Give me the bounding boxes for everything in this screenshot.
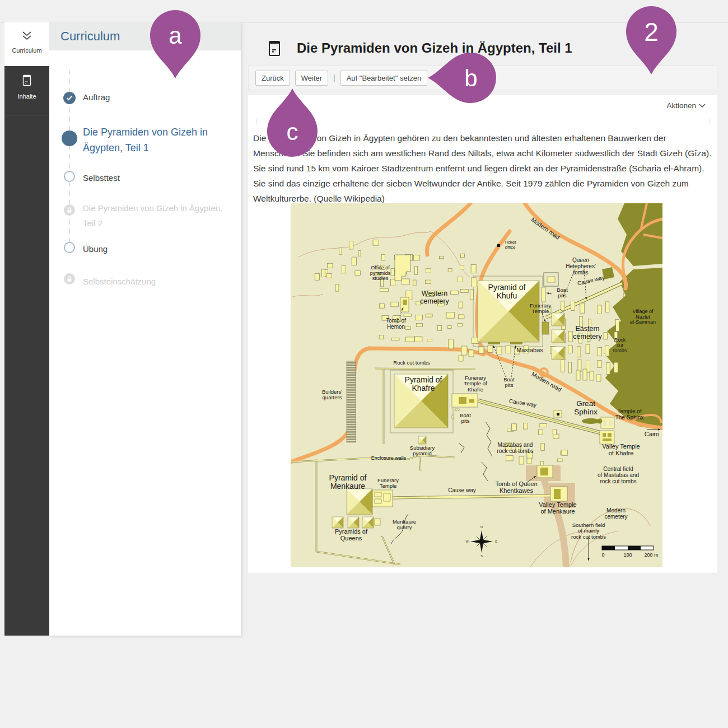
svg-text:cut: cut <box>617 343 624 348</box>
lesson-document-icon <box>268 39 281 59</box>
map-label: Subsidiarypyramid <box>410 445 435 456</box>
sidebar-step-label: Übung <box>83 242 231 256</box>
curriculum-chevrons-icon <box>4 30 49 44</box>
svg-text:Hetepheres': Hetepheres' <box>566 263 596 269</box>
svg-text:E: E <box>495 540 497 543</box>
rail-label-inhalte: Inhalte <box>4 93 49 100</box>
svg-text:Cause way: Cause way <box>448 487 475 493</box>
map-label: GreatSphinx <box>574 399 598 416</box>
svg-text:quarry: quarry <box>397 524 412 530</box>
svg-text:Pyramid of: Pyramid of <box>405 375 442 384</box>
toolbar-separator: | <box>333 73 335 82</box>
svg-text:pyramid: pyramid <box>413 450 432 456</box>
svg-text:W: W <box>465 540 469 543</box>
svg-text:Khentkawes: Khentkawes <box>500 487 533 494</box>
map-label: Cairo <box>645 431 659 437</box>
svg-text:Khafre: Khafre <box>468 386 483 393</box>
svg-text:Mastabas: Mastabas <box>516 347 543 353</box>
map-label: Enclosure walls <box>371 455 407 461</box>
sidebar-step-label: Selbsttest <box>83 171 231 185</box>
map-label: Mastabas <box>516 347 543 353</box>
rail-label-curriculum: Curriculum <box>4 47 49 54</box>
annotation-pin-2 <box>626 6 676 74</box>
back-button[interactable]: Zurück <box>255 71 290 86</box>
svg-text:studies: studies <box>372 276 389 281</box>
svg-text:Menkaure: Menkaure <box>330 482 365 491</box>
sidebar-step-label: Auftrag <box>83 91 231 104</box>
check-circle-icon <box>63 92 76 104</box>
svg-text:of Mastabas and: of Mastabas and <box>598 472 639 478</box>
svg-text:office: office <box>505 245 516 250</box>
svg-text:tombs: tombs <box>573 269 588 276</box>
svg-text:Sphinx: Sphinx <box>574 408 598 416</box>
svg-text:Eastern: Eastern <box>575 325 599 333</box>
pin-label: 2 <box>644 17 659 46</box>
svg-text:Pyramid of: Pyramid of <box>329 473 367 482</box>
svg-text:Rock: Rock <box>614 337 626 343</box>
svg-text:Tomb of Queen: Tomb of Queen <box>495 480 537 487</box>
svg-text:quarters: quarters <box>323 394 342 400</box>
map-label: FuneraryTemple <box>530 302 551 314</box>
map-label: Moderncemetery <box>604 507 627 520</box>
content-block-right-edge <box>710 119 710 124</box>
map-label: Tomb of QueenKhentkawes <box>495 480 537 494</box>
map-label: Mastabas androck cut tombs <box>497 442 533 454</box>
map-label: Valley Templeof Menkaure <box>539 501 576 515</box>
content-card: Aktionen Die Pyramiden von Gizeh in Ägyp… <box>248 95 717 573</box>
map-label: Ticketoffice <box>504 240 516 250</box>
lock-icon <box>64 273 75 284</box>
svg-text:Tomb of: Tomb of <box>386 318 406 324</box>
map-label: Boatpits <box>503 376 515 388</box>
svg-text:Hemon: Hemon <box>387 324 405 330</box>
map-label: Westerncemetery <box>420 290 449 305</box>
map-label: Central fieldof Mastabas androck cut tom… <box>598 466 639 484</box>
mark-edited-button[interactable]: Auf "Bearbeitet" setzen <box>340 71 428 86</box>
sidebar-step-label: Selbsteinschätzung <box>83 274 231 289</box>
page-title: Die Pyramiden von Gizeh in Ägypten, Teil… <box>297 40 572 56</box>
map-label: FuneraryTemple <box>377 477 399 489</box>
svg-text:cemetery: cemetery <box>604 514 627 520</box>
svg-text:Queen: Queen <box>572 257 589 263</box>
map-label: Boatpits <box>460 412 471 424</box>
svg-text:200 m: 200 m <box>644 552 658 558</box>
svg-text:Cairo: Cairo <box>645 431 659 437</box>
svg-text:el-Samman: el-Samman <box>630 319 656 325</box>
svg-text:Central field: Central field <box>603 466 633 472</box>
svg-text:Rock cut tombs: Rock cut tombs <box>393 360 430 366</box>
svg-text:rock cut tombs: rock cut tombs <box>497 448 533 454</box>
svg-text:Valley Temple: Valley Temple <box>539 501 576 508</box>
map-label: Easterncemetery <box>573 325 602 340</box>
curriculum-sidebar: Curriculum AuftragDie Pyramiden von Gize… <box>49 22 241 636</box>
rail-item-inhalte[interactable]: Inhalte <box>4 66 49 115</box>
map-label: Tomb ofHemon <box>386 318 406 330</box>
svg-text:pyramids: pyramids <box>370 270 391 276</box>
toolbar: Zurück Weiter | Auf "Bearbeitet" setzen <box>248 66 717 90</box>
sidebar-step-label: Die Pyramiden von Gizeh in Ägypten, Teil… <box>83 200 231 231</box>
lesson-paragraph: Die Pyramiden von Gizeh in Ägypten gehör… <box>253 130 713 206</box>
svg-text:cemetery: cemetery <box>573 333 602 340</box>
svg-text:Queens: Queens <box>340 535 362 542</box>
next-button[interactable]: Weiter <box>295 71 328 86</box>
svg-text:of Menkaure: of Menkaure <box>540 508 575 515</box>
svg-text:Temple: Temple <box>532 308 549 314</box>
map-label: Builders'quarters <box>322 389 342 400</box>
svg-text:tombs: tombs <box>613 348 627 353</box>
svg-text:Modern: Modern <box>606 507 626 514</box>
svg-text:Village of: Village of <box>633 309 654 314</box>
map-label: Cause way <box>448 487 475 493</box>
svg-text:Great: Great <box>576 399 595 408</box>
giza-map-image: NESW0100200 mModern roadTicketofficeOffi… <box>291 203 662 567</box>
svg-text:The Sphinx: The Sphinx <box>615 414 644 421</box>
map-label: Rock cut tombs <box>393 360 430 366</box>
rail-item-curriculum[interactable]: Curriculum <box>4 22 49 66</box>
map-label: Pyramid ofMenkaure <box>329 473 367 491</box>
left-icon-rail: Curriculum Inhalte <box>4 22 49 636</box>
svg-text:100: 100 <box>623 552 632 558</box>
svg-text:Pyramid of: Pyramid of <box>488 283 526 292</box>
svg-text:pits: pits <box>461 418 470 424</box>
svg-text:0: 0 <box>601 552 604 558</box>
svg-text:cemetery: cemetery <box>420 297 449 305</box>
document-icon <box>4 74 49 90</box>
actions-menu[interactable]: Aktionen <box>666 101 706 110</box>
content-block-left-edge <box>256 119 257 124</box>
